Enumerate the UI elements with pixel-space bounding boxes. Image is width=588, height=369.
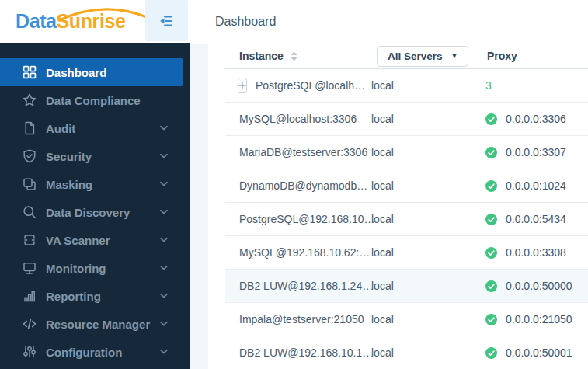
status-ok-icon — [485, 280, 497, 292]
status-ok-icon — [485, 214, 497, 225]
logo-text-data: Data — [16, 10, 57, 32]
proxy-address: 0.0.0.0:1024 — [506, 179, 566, 192]
status-ok-icon — [485, 347, 497, 359]
sidebar-item-masking[interactable]: Masking — [0, 170, 190, 198]
sidebar: DataSunrise DashboardData ComplianceAudi… — [0, 0, 190, 369]
server-filter-dropdown[interactable]: All Servers ▼ — [377, 46, 468, 67]
chart-icon — [22, 288, 37, 304]
chevron-down-icon — [160, 350, 168, 355]
main-area: Dashboard Instance — [190, 0, 588, 369]
sidebar-item-label: Data Compliance — [46, 94, 141, 107]
table-row[interactable]: DB2 LUW@192.168.1.24…local0.0.0.0:50000 — [225, 270, 588, 303]
sidebar-item-resource-manager[interactable]: Resource Manager — [0, 310, 190, 338]
table-row[interactable]: PostgreSQL@192.168.10…local0.0.0.0:5434 — [225, 203, 588, 236]
server-name: local — [371, 146, 394, 158]
instance-name: MariaDB@testserver:3306 — [239, 146, 367, 158]
status-ok-icon — [485, 180, 497, 192]
sidebar-item-label: Masking — [46, 178, 92, 191]
server-name: local — [371, 79, 394, 92]
status-ok-icon — [485, 113, 497, 125]
table-row[interactable]: MySQL@192.168.10.62:…local0.0.0.0:3308 — [225, 236, 588, 270]
content-area: Instance All Servers ▼ — [190, 44, 588, 369]
instances-table: Instance All Servers ▼ — [208, 44, 588, 369]
table-row[interactable]: DB2 LUW@192.168.10.1…local0.0.0.0:50001 — [225, 336, 588, 369]
code-icon — [22, 316, 37, 332]
logo-bar: DataSunrise — [0, 0, 190, 43]
status-ok-icon — [485, 247, 497, 259]
sidebar-item-label: Monitoring — [46, 262, 106, 275]
proxy-address: 0.0.0.0:50000 — [506, 280, 572, 292]
document-icon — [22, 120, 37, 136]
table-row[interactable]: Impala@testserver:21050local0.0.0.0:2105… — [225, 303, 588, 336]
app-window: DataSunrise DashboardData ComplianceAudi… — [0, 0, 588, 369]
status-ok-icon — [485, 314, 497, 325]
table-row[interactable]: MariaDB@testserver:3306local0.0.0.0:3307 — [225, 136, 588, 169]
server-name: local — [371, 346, 394, 359]
server-filter-label: All Servers — [388, 50, 443, 62]
proxy-address: 0.0.0.0:50001 — [506, 346, 572, 359]
sidebar-item-reporting[interactable]: Reporting — [0, 282, 190, 310]
instance-name: PostgreSQL@localh… — [256, 79, 365, 92]
column-header-proxy: Proxy — [479, 50, 517, 62]
dropdown-arrow-icon: ▼ — [451, 53, 458, 60]
app-logo[interactable]: DataSunrise — [16, 12, 126, 31]
collapse-sidebar-icon — [157, 11, 177, 31]
proxy-address: 0.0.0.0:3307 — [506, 146, 566, 158]
sidebar-item-label: Reporting — [46, 290, 101, 303]
chevron-down-icon — [160, 266, 168, 271]
server-name: local — [371, 313, 394, 325]
table-row[interactable]: DynamoDB@dynamodb…local0.0.0.0:1024 — [225, 169, 588, 203]
sidebar-item-label: Security — [46, 150, 92, 163]
table-header-row: Instance All Servers ▼ — [225, 44, 588, 69]
sidebar-item-data-compliance[interactable]: Data Compliance — [0, 86, 190, 114]
mask-icon — [22, 176, 37, 192]
table-row[interactable]: PostgreSQL@localh…local3 — [225, 69, 588, 103]
sidebar-item-label: Configuration — [46, 346, 122, 359]
column-header-instance[interactable]: Instance — [225, 50, 297, 62]
sidebar-item-audit[interactable]: Audit — [0, 114, 190, 142]
sidebar-item-label: Data Discovery — [46, 206, 130, 219]
proxy-address: 0.0.0.0:3306 — [506, 113, 566, 125]
instance-name: MySQL@localhost:3306 — [239, 113, 357, 125]
table-body: PostgreSQL@localh…local3MySQL@localhost:… — [208, 69, 588, 369]
sidebar-item-data-discovery[interactable]: Data Discovery — [0, 198, 190, 226]
server-name: local — [371, 213, 394, 225]
proxy-header-cell: Proxy — [479, 44, 588, 68]
sidebar-item-configuration[interactable]: Configuration — [0, 338, 190, 366]
shield-icon — [22, 148, 37, 164]
chevron-down-icon — [160, 238, 168, 243]
instance-name: DynamoDB@dynamodb… — [239, 179, 367, 192]
instance-name: DB2 LUW@192.168.1.24… — [239, 280, 373, 292]
sort-icon[interactable] — [291, 51, 297, 62]
instance-name: DB2 LUW@192.168.10.1… — [239, 346, 373, 359]
proxy-address: 0.0.0.0:3308 — [506, 246, 566, 259]
search-icon — [22, 204, 37, 220]
sidebar-item-va-scanner[interactable]: VA Scanner — [0, 226, 190, 254]
chevron-down-icon — [160, 294, 168, 299]
sidebar-item-security[interactable]: Security — [0, 142, 190, 170]
server-name: local — [371, 179, 394, 192]
sidebar-item-monitoring[interactable]: Monitoring — [0, 254, 190, 282]
sidebar-item-label: Resource Manager — [46, 318, 150, 331]
server-filter-cell: All Servers ▼ — [365, 44, 479, 68]
sidebar-item-label: Audit — [46, 122, 75, 135]
grid-icon — [22, 64, 37, 80]
page-title: Dashboard — [215, 15, 276, 29]
logo-text-sunrise: Sunrise — [57, 10, 126, 32]
chevron-down-icon — [160, 322, 168, 327]
column-header-instance-label: Instance — [239, 50, 284, 62]
chevron-down-icon — [160, 126, 168, 131]
instance-header-cell: Instance — [225, 44, 365, 68]
chevron-down-icon — [160, 182, 168, 187]
expand-row-button[interactable] — [238, 78, 247, 93]
server-name: local — [371, 280, 394, 292]
chevron-down-icon — [160, 154, 168, 159]
server-name: local — [371, 113, 394, 125]
proxy-count-link[interactable]: 3 — [485, 79, 492, 92]
sidebar-item-dashboard[interactable]: Dashboard — [0, 58, 183, 86]
sidebar-item-label: Dashboard — [46, 66, 106, 79]
table-row[interactable]: MySQL@localhost:3306local0.0.0.0:3306 — [225, 103, 588, 136]
scanner-icon — [22, 232, 37, 248]
instance-name: Impala@testserver:21050 — [239, 313, 364, 325]
collapse-sidebar-button[interactable] — [145, 0, 188, 41]
